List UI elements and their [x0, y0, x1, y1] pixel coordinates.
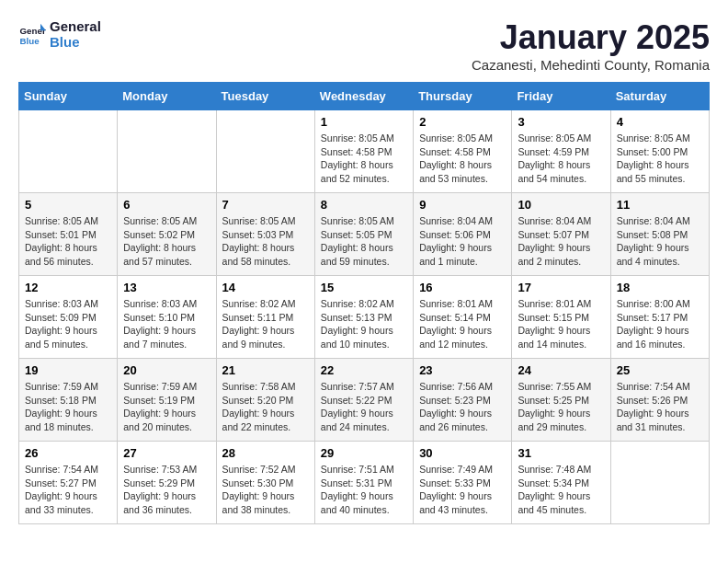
day-number: 19	[25, 363, 111, 377]
day-number: 14	[222, 281, 309, 294]
day-info: Sunrise: 8:03 AM Sunset: 5:09 PM Dayligh…	[25, 297, 111, 351]
day-number: 24	[518, 363, 604, 377]
day-number: 10	[518, 198, 604, 212]
header: General Blue General Blue January 2025 C…	[18, 18, 710, 73]
day-info: Sunrise: 7:54 AM Sunset: 5:26 PM Dayligh…	[617, 380, 703, 434]
calendar-cell: 22Sunrise: 7:57 AM Sunset: 5:22 PM Dayli…	[314, 359, 413, 442]
calendar-cell: 10Sunrise: 8:04 AM Sunset: 5:07 PM Dayli…	[512, 193, 610, 276]
day-info: Sunrise: 7:51 AM Sunset: 5:31 PM Dayligh…	[321, 463, 407, 517]
day-info: Sunrise: 7:49 AM Sunset: 5:33 PM Dayligh…	[419, 463, 506, 517]
calendar-cell: 11Sunrise: 8:04 AM Sunset: 5:08 PM Dayli…	[610, 193, 709, 276]
calendar-cell: 2Sunrise: 8:05 AM Sunset: 4:58 PM Daylig…	[414, 110, 512, 193]
calendar-cell	[19, 110, 118, 193]
calendar-cell: 23Sunrise: 7:56 AM Sunset: 5:23 PM Dayli…	[414, 359, 512, 442]
day-info: Sunrise: 7:53 AM Sunset: 5:29 PM Dayligh…	[123, 463, 210, 517]
day-number: 22	[321, 363, 407, 377]
calendar-week-row: 1Sunrise: 8:05 AM Sunset: 4:58 PM Daylig…	[19, 110, 710, 193]
weekday-header-cell: Sunday	[19, 83, 118, 110]
day-info: Sunrise: 8:01 AM Sunset: 5:15 PM Dayligh…	[518, 297, 604, 351]
day-number: 25	[617, 363, 703, 377]
day-info: Sunrise: 8:02 AM Sunset: 5:13 PM Dayligh…	[321, 297, 407, 351]
day-number: 18	[617, 281, 703, 294]
day-info: Sunrise: 7:48 AM Sunset: 5:34 PM Dayligh…	[518, 463, 604, 517]
day-number: 6	[123, 198, 210, 212]
day-number: 29	[321, 446, 407, 460]
day-info: Sunrise: 8:05 AM Sunset: 4:58 PM Dayligh…	[419, 132, 506, 186]
calendar-cell	[610, 442, 709, 524]
day-number: 8	[321, 198, 407, 212]
day-info: Sunrise: 8:05 AM Sunset: 5:02 PM Dayligh…	[123, 214, 210, 269]
day-number: 12	[25, 281, 111, 294]
calendar-cell: 21Sunrise: 7:58 AM Sunset: 5:20 PM Dayli…	[216, 359, 314, 442]
logo-icon: General Blue	[18, 20, 46, 48]
calendar-cell: 28Sunrise: 7:52 AM Sunset: 5:30 PM Dayli…	[216, 442, 314, 524]
weekday-header-cell: Wednesday	[314, 83, 413, 110]
calendar-cell: 12Sunrise: 8:03 AM Sunset: 5:09 PM Dayli…	[19, 276, 118, 359]
day-info: Sunrise: 7:55 AM Sunset: 5:25 PM Dayligh…	[518, 380, 604, 434]
weekday-header-cell: Tuesday	[216, 83, 314, 110]
day-info: Sunrise: 8:00 AM Sunset: 5:17 PM Dayligh…	[617, 297, 703, 351]
calendar-cell: 5Sunrise: 8:05 AM Sunset: 5:01 PM Daylig…	[19, 193, 118, 276]
day-info: Sunrise: 8:05 AM Sunset: 4:59 PM Dayligh…	[518, 132, 604, 186]
calendar-cell: 19Sunrise: 7:59 AM Sunset: 5:18 PM Dayli…	[19, 359, 118, 442]
day-number: 30	[419, 446, 506, 460]
day-number: 9	[419, 198, 506, 212]
day-number: 1	[321, 115, 407, 129]
calendar-body: 1Sunrise: 8:05 AM Sunset: 4:58 PM Daylig…	[19, 110, 710, 524]
calendar-week-row: 26Sunrise: 7:54 AM Sunset: 5:27 PM Dayli…	[19, 442, 710, 524]
day-info: Sunrise: 8:05 AM Sunset: 5:01 PM Dayligh…	[25, 214, 111, 269]
day-info: Sunrise: 7:59 AM Sunset: 5:19 PM Dayligh…	[123, 380, 210, 434]
weekday-header-cell: Saturday	[610, 83, 709, 110]
calendar-cell: 25Sunrise: 7:54 AM Sunset: 5:26 PM Dayli…	[610, 359, 709, 442]
calendar-cell: 3Sunrise: 8:05 AM Sunset: 4:59 PM Daylig…	[512, 110, 610, 193]
day-number: 26	[25, 446, 111, 460]
calendar-cell: 30Sunrise: 7:49 AM Sunset: 5:33 PM Dayli…	[414, 442, 512, 524]
calendar-cell: 27Sunrise: 7:53 AM Sunset: 5:29 PM Dayli…	[118, 442, 216, 524]
day-number: 2	[419, 115, 506, 129]
calendar-cell	[118, 110, 216, 193]
calendar-cell: 20Sunrise: 7:59 AM Sunset: 5:19 PM Dayli…	[118, 359, 216, 442]
day-number: 23	[419, 363, 506, 377]
svg-text:Blue: Blue	[20, 36, 40, 46]
day-number: 20	[123, 363, 210, 377]
calendar-cell: 29Sunrise: 7:51 AM Sunset: 5:31 PM Dayli…	[314, 442, 413, 524]
day-number: 31	[518, 446, 604, 460]
day-info: Sunrise: 8:02 AM Sunset: 5:11 PM Dayligh…	[222, 297, 309, 351]
day-info: Sunrise: 7:59 AM Sunset: 5:18 PM Dayligh…	[25, 380, 111, 434]
day-number: 21	[222, 363, 309, 377]
day-info: Sunrise: 7:56 AM Sunset: 5:23 PM Dayligh…	[419, 380, 506, 434]
logo-line1: General	[50, 18, 101, 34]
day-number: 5	[25, 198, 111, 212]
calendar-cell: 26Sunrise: 7:54 AM Sunset: 5:27 PM Dayli…	[19, 442, 118, 524]
day-info: Sunrise: 7:57 AM Sunset: 5:22 PM Dayligh…	[321, 380, 407, 434]
title-area: January 2025 Cazanesti, Mehedinti County…	[472, 18, 710, 73]
calendar-week-row: 5Sunrise: 8:05 AM Sunset: 5:01 PM Daylig…	[19, 193, 710, 276]
calendar-cell: 16Sunrise: 8:01 AM Sunset: 5:14 PM Dayli…	[414, 276, 512, 359]
day-info: Sunrise: 8:01 AM Sunset: 5:14 PM Dayligh…	[419, 297, 506, 351]
weekday-header-cell: Monday	[118, 83, 216, 110]
calendar-week-row: 12Sunrise: 8:03 AM Sunset: 5:09 PM Dayli…	[19, 276, 710, 359]
weekday-header-row: SundayMondayTuesdayWednesdayThursdayFrid…	[19, 83, 710, 110]
day-info: Sunrise: 8:04 AM Sunset: 5:08 PM Dayligh…	[617, 214, 703, 269]
day-info: Sunrise: 8:05 AM Sunset: 5:03 PM Dayligh…	[222, 214, 309, 269]
day-number: 27	[123, 446, 210, 460]
day-info: Sunrise: 8:04 AM Sunset: 5:06 PM Dayligh…	[419, 214, 506, 269]
calendar-cell: 15Sunrise: 8:02 AM Sunset: 5:13 PM Dayli…	[314, 276, 413, 359]
calendar-cell: 17Sunrise: 8:01 AM Sunset: 5:15 PM Dayli…	[512, 276, 610, 359]
day-number: 4	[617, 115, 703, 129]
month-title: January 2025	[472, 18, 710, 57]
weekday-header-cell: Friday	[512, 83, 610, 110]
day-info: Sunrise: 8:03 AM Sunset: 5:10 PM Dayligh…	[123, 297, 210, 351]
day-info: Sunrise: 8:05 AM Sunset: 5:05 PM Dayligh…	[321, 214, 407, 269]
calendar-cell: 1Sunrise: 8:05 AM Sunset: 4:58 PM Daylig…	[314, 110, 413, 193]
calendar-cell: 4Sunrise: 8:05 AM Sunset: 5:00 PM Daylig…	[610, 110, 709, 193]
weekday-header-cell: Thursday	[414, 83, 512, 110]
day-info: Sunrise: 7:58 AM Sunset: 5:20 PM Dayligh…	[222, 380, 309, 434]
calendar-cell: 14Sunrise: 8:02 AM Sunset: 5:11 PM Dayli…	[216, 276, 314, 359]
calendar-cell: 9Sunrise: 8:04 AM Sunset: 5:06 PM Daylig…	[414, 193, 512, 276]
calendar-cell: 6Sunrise: 8:05 AM Sunset: 5:02 PM Daylig…	[118, 193, 216, 276]
calendar-cell	[216, 110, 314, 193]
day-number: 15	[321, 281, 407, 294]
day-number: 11	[617, 198, 703, 212]
day-info: Sunrise: 8:04 AM Sunset: 5:07 PM Dayligh…	[518, 214, 604, 269]
